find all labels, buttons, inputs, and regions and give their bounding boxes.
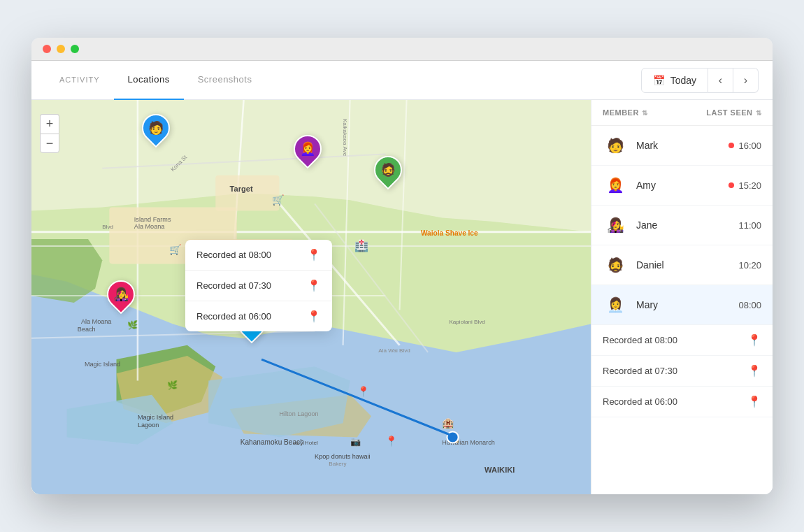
status-dot-amy — [728, 182, 734, 188]
popup-row-1: Recorded at 08:00 📍 — [185, 240, 332, 271]
svg-text:📍: 📍 — [385, 435, 398, 447]
member-name-mary: Mary — [636, 299, 738, 310]
date-label: Today — [670, 75, 696, 86]
svg-text:🌿: 🌿 — [127, 319, 138, 331]
zoom-out-button[interactable]: − — [40, 134, 59, 153]
lastseen-label: LAST SEEN — [706, 108, 752, 117]
svg-text:Kpop donuts hawaii: Kpop donuts hawaii — [315, 453, 371, 460]
svg-text:Magic Island: Magic Island — [138, 414, 173, 421]
traffic-light-yellow[interactable] — [57, 45, 65, 53]
svg-text:🛒: 🛒 — [169, 243, 182, 256]
location-text-2: Recorded at 07:30 — [603, 366, 747, 376]
svg-text:Beach: Beach — [78, 326, 96, 333]
location-text-3: Recorded at 06:00 — [603, 396, 747, 407]
svg-text:Magic Island: Magic Island — [85, 361, 120, 368]
svg-text:Island Farms: Island Farms — [134, 216, 171, 223]
calendar-icon: 📅 — [653, 75, 665, 86]
map-area: Island Farms Ala Moana Ala Moana Center … — [31, 100, 591, 494]
time-mary: 08:00 — [738, 300, 761, 310]
traffic-light-green[interactable] — [71, 45, 79, 53]
lastseen-sort-icon[interactable]: ⇅ — [756, 109, 762, 117]
svg-text:Ala Moana: Ala Moana — [81, 318, 112, 325]
top-nav: ACTIVITY Locations Screenshots 📅 Today ‹… — [31, 61, 773, 100]
popup-row-3-icon: 📍 — [307, 310, 321, 323]
popup-row-1-icon: 📍 — [307, 248, 321, 261]
col-member-header: MEMBER ⇅ — [603, 108, 706, 117]
svg-rect-13 — [215, 175, 279, 211]
tab-screenshots[interactable]: Screenshots — [184, 61, 266, 100]
location-row-1[interactable]: Recorded at 08:00 📍 — [591, 325, 773, 356]
date-today-button[interactable]: 📅 Today — [641, 68, 708, 93]
status-dot-mark — [728, 143, 734, 148]
browser-titlebar — [31, 38, 773, 61]
zoom-controls: + − — [40, 114, 59, 153]
popup-row-2-icon: 📍 — [307, 279, 321, 292]
popup-row-3: Recorded at 06:00 📍 — [185, 301, 332, 331]
popup-row-1-text: Recorded at 08:00 — [196, 250, 271, 260]
tab-locations[interactable]: Locations — [114, 61, 184, 100]
svg-text:Ala Wai Blvd: Ala Wai Blvd — [378, 347, 410, 354]
app-content: ACTIVITY Locations Screenshots 📅 Today ‹… — [31, 61, 773, 494]
member-row-jane[interactable]: 👩‍🎤 Jane 11:00 — [591, 206, 773, 245]
avatar-amy: 👩‍🦰 — [603, 173, 628, 198]
map-pin-daniel[interactable]: 🧔 — [374, 156, 402, 184]
svg-text:🏨: 🏨 — [442, 417, 454, 429]
col-lastseen-header: LAST SEEN ⇅ — [706, 108, 761, 117]
avatar-mary: 👩‍💼 — [603, 292, 628, 317]
map-pin-mark[interactable]: 🧑 — [142, 114, 170, 142]
sidebar: MEMBER ⇅ LAST SEEN ⇅ 🧑 Mark 16:00 — [591, 100, 773, 494]
location-text-1: Recorded at 08:00 — [603, 335, 747, 345]
member-time-daniel: 10:20 — [738, 260, 761, 271]
member-row-mark[interactable]: 🧑 Mark 16:00 — [591, 126, 773, 166]
member-name-daniel: Daniel — [636, 259, 738, 271]
member-row-daniel[interactable]: 🧔 Daniel 10:20 — [591, 245, 773, 285]
member-time-jane: 11:00 — [738, 220, 761, 231]
avatar-mark: 🧑 — [603, 133, 628, 158]
popup-row-3-text: Recorded at 06:00 — [196, 311, 271, 322]
svg-text:Blvd: Blvd — [102, 224, 113, 230]
map-pin-jane[interactable]: 👩‍🎤 — [107, 280, 135, 308]
member-time-mark: 16:00 — [728, 141, 761, 151]
date-controls: 📅 Today ‹ › — [641, 68, 759, 93]
main-area: Island Farms Ala Moana Ala Moana Center … — [31, 100, 773, 494]
svg-text:WAIKIKI: WAIKIKI — [484, 466, 515, 474]
member-row-amy[interactable]: 👩‍🦰 Amy 15:20 — [591, 166, 773, 206]
svg-text:📍: 📍 — [357, 385, 370, 398]
svg-text:-ury Hotel: -ury Hotel — [294, 440, 318, 446]
svg-point-47 — [447, 431, 458, 443]
member-row-mary[interactable]: 👩‍💼 Mary 08:00 — [591, 285, 773, 325]
location-row-2[interactable]: Recorded at 07:30 📍 — [591, 356, 773, 387]
svg-text:📷: 📷 — [350, 436, 361, 447]
svg-text:🛒: 🛒 — [272, 194, 285, 206]
svg-text:Waiola Shave Ice: Waiola Shave Ice — [421, 229, 478, 237]
traffic-light-red[interactable] — [43, 45, 51, 53]
avatar-daniel: 🧔 — [603, 252, 628, 278]
time-mark: 16:00 — [738, 141, 761, 151]
date-next-button[interactable]: › — [733, 68, 759, 93]
member-name-jane: Jane — [636, 220, 738, 231]
location-icon-2: 📍 — [747, 364, 761, 378]
svg-text:Kapiolani Blvd: Kapiolani Blvd — [449, 319, 484, 325]
map-popup: Recorded at 08:00 📍 Recorded at 07:30 📍 … — [185, 240, 332, 331]
browser-window: ACTIVITY Locations Screenshots 📅 Today ‹… — [31, 38, 773, 494]
member-sort-icon[interactable]: ⇅ — [642, 109, 648, 117]
member-name-amy: Amy — [636, 180, 728, 191]
location-icon-1: 📍 — [747, 333, 761, 347]
tab-activity[interactable]: ACTIVITY — [45, 61, 114, 100]
popup-row-2-text: Recorded at 07:30 — [196, 280, 271, 291]
map-pin-amy[interactable]: 👩‍🦰 — [294, 135, 322, 163]
sidebar-header: MEMBER ⇅ LAST SEEN ⇅ — [591, 100, 773, 126]
time-daniel: 10:20 — [738, 260, 761, 271]
svg-text:Hilton Lagoon: Hilton Lagoon — [279, 410, 318, 417]
date-prev-button[interactable]: ‹ — [708, 68, 733, 93]
member-name-mark: Mark — [636, 140, 728, 151]
svg-text:🏥: 🏥 — [354, 238, 369, 253]
member-time-amy: 15:20 — [728, 180, 761, 191]
zoom-in-button[interactable]: + — [40, 114, 59, 134]
member-time-mary: 08:00 — [738, 300, 761, 310]
svg-text:Kaikakaoa Ave: Kaikakaoa Ave — [342, 119, 348, 157]
svg-text:Ala Moana: Ala Moana — [134, 223, 165, 230]
location-row-3[interactable]: Recorded at 06:00 📍 — [591, 387, 773, 417]
svg-text:Bakery: Bakery — [329, 461, 347, 467]
avatar-jane: 👩‍🎤 — [603, 213, 628, 238]
